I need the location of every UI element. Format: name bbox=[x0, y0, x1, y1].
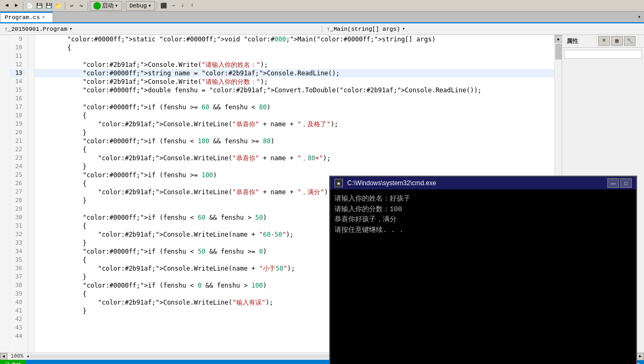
filepath-right-dropdown[interactable]: ▾ bbox=[402, 26, 405, 32]
line-number-40: 40 bbox=[10, 298, 25, 307]
save-icon[interactable]: 💾 bbox=[35, 2, 44, 10]
tab-dropdown-button[interactable]: ▾ bbox=[634, 12, 644, 22]
breakpoint-icon[interactable]: ⬛ bbox=[159, 2, 168, 10]
filepath-right-text: ↑_Main(string[] args) bbox=[327, 26, 400, 32]
scrollbar-up-button[interactable]: ▲ bbox=[555, 35, 562, 42]
line-number-11: 11 bbox=[10, 52, 25, 60]
line-number-17: 17 bbox=[10, 103, 25, 111]
line-number-19: 19 bbox=[10, 120, 25, 128]
code-line-19: "color:#2b91af;">Console.WriteLine("恭喜你"… bbox=[35, 120, 554, 128]
line-number-28: 28 bbox=[10, 196, 25, 205]
cmd-output-line1: 请输入你的姓名：好孩子 bbox=[334, 194, 632, 204]
code-line-9: "color:#0000ff;">static "color:#0000ff;"… bbox=[35, 35, 554, 44]
line-number-21: 21 bbox=[10, 137, 25, 145]
toolbar-separator-2 bbox=[65, 2, 65, 10]
debug-button[interactable]: Debug ▾ bbox=[126, 1, 156, 11]
code-line-14: "color:#2b91af;">Console.Write("请输入你的分数：… bbox=[35, 77, 554, 86]
code-line-12: "color:#2b91af;">Console.Write("请输入你的姓名：… bbox=[35, 60, 554, 69]
code-line-16 bbox=[35, 94, 554, 103]
editor-toolbar-right: ≡ ▤ 🔧 bbox=[597, 35, 637, 47]
toolbar-separator-5 bbox=[157, 2, 157, 10]
undo-icon[interactable]: ↩ bbox=[67, 2, 76, 10]
line-number-34: 34 bbox=[10, 247, 25, 256]
line-number-22: 22 bbox=[10, 145, 25, 154]
run-icon bbox=[93, 2, 101, 10]
line-number-30: 30 bbox=[10, 213, 25, 222]
cmd-restore-button[interactable]: □ bbox=[620, 178, 632, 188]
filepath-left[interactable]: ↑_20150901.Program ▾ bbox=[0, 26, 322, 32]
line-number-32: 32 bbox=[10, 230, 25, 239]
line-number-23: 23 bbox=[10, 154, 25, 162]
code-line-10: { bbox=[35, 44, 554, 52]
save-all-icon[interactable]: 💾 bbox=[45, 2, 53, 10]
expand-all-button[interactable]: ▤ bbox=[611, 36, 623, 46]
line-number-9: 9 bbox=[10, 35, 25, 44]
line-number-29: 29 bbox=[10, 205, 25, 213]
collapse-all-button[interactable]: ≡ bbox=[598, 36, 610, 46]
forward-icon[interactable]: ► bbox=[12, 2, 21, 10]
line-number-margin: 9101112131415161718192021222324252627282… bbox=[10, 35, 28, 352]
line-number-36: 36 bbox=[10, 264, 25, 273]
code-line-18: { bbox=[35, 111, 554, 120]
open-icon[interactable]: 📁 bbox=[54, 2, 63, 10]
glyph-margin bbox=[0, 35, 10, 352]
cmd-titlebar: ■ C:\Windows\system32\cmd.exe — □ bbox=[330, 177, 636, 189]
main-area: 9101112131415161718192021222324252627282… bbox=[0, 35, 644, 352]
line-number-31: 31 bbox=[10, 222, 25, 230]
back-icon[interactable]: ◄ bbox=[3, 2, 11, 10]
line-number-13: 13 bbox=[10, 69, 25, 77]
code-line-21: "color:#0000ff;">if (fenshu < 100 && fen… bbox=[35, 137, 554, 145]
cmd-icon-glyph: ■ bbox=[338, 181, 340, 186]
cmd-window: ■ C:\Windows\system32\cmd.exe — □ 请输入你的姓… bbox=[329, 176, 637, 364]
tab-program-cs[interactable]: Program.cs × bbox=[0, 12, 53, 22]
zoom-label: 100% bbox=[7, 353, 27, 359]
line-number-44: 44 bbox=[10, 332, 25, 341]
filepath-right[interactable]: ↑_Main(string[] args) ▾ bbox=[322, 26, 644, 32]
run-button[interactable]: 启动 ▾ bbox=[90, 1, 122, 11]
h-scroll-right-button[interactable]: ► bbox=[637, 353, 644, 360]
filepath-bar: ↑_20150901.Program ▾ ↑_Main(string[] arg… bbox=[0, 23, 644, 35]
properties-search-input[interactable] bbox=[564, 50, 642, 59]
tab-bar: Program.cs × ▾ bbox=[0, 12, 644, 23]
step-out-icon[interactable]: ↑ bbox=[188, 2, 196, 10]
line-number-42: 42 bbox=[10, 315, 25, 324]
settings-button[interactable]: 🔧 bbox=[624, 36, 636, 46]
line-number-12: 12 bbox=[10, 60, 25, 69]
line-number-37: 37 bbox=[10, 273, 25, 281]
line-number-43: 43 bbox=[10, 324, 25, 332]
h-scroll-left-button[interactable]: ◄ bbox=[0, 353, 7, 360]
cmd-body: 请输入你的姓名：好孩子 请输入你的分数：100 恭喜你好孩子，满分 请按任意键继… bbox=[330, 189, 636, 239]
line-number-39: 39 bbox=[10, 290, 25, 298]
filepath-left-dropdown[interactable]: ▾ bbox=[70, 26, 72, 32]
toolbar-separator-1 bbox=[23, 2, 23, 10]
cmd-minimize-button[interactable]: — bbox=[607, 178, 619, 188]
line-number-10: 10 bbox=[10, 44, 25, 52]
cmd-output-line4: 请按任意键继续. . . bbox=[334, 225, 632, 236]
code-line-11 bbox=[35, 52, 554, 60]
code-line-15: "color:#0000ff;">double fenshu = "color:… bbox=[35, 86, 554, 94]
scrollbar-thumb[interactable] bbox=[555, 44, 562, 59]
code-line-17: "color:#0000ff;">if (fenshu >= 60 && fen… bbox=[35, 103, 554, 111]
line-number-24: 24 bbox=[10, 162, 25, 171]
line-number-15: 15 bbox=[10, 86, 25, 94]
file-icon[interactable]: 📄 bbox=[25, 2, 34, 10]
debug-dropdown[interactable]: ▾ bbox=[148, 2, 152, 9]
line-number-38: 38 bbox=[10, 281, 25, 290]
cmd-window-controls: — □ bbox=[607, 178, 632, 188]
cmd-output-line3: 恭喜你好孩子，满分 bbox=[334, 214, 632, 225]
toolbar-separator-3 bbox=[88, 2, 88, 10]
line-number-33: 33 bbox=[10, 239, 25, 247]
run-dropdown[interactable]: ▾ bbox=[115, 2, 118, 9]
cmd-window-icon: ■ bbox=[334, 179, 343, 187]
step-into-icon[interactable]: ↓ bbox=[178, 2, 187, 10]
line-number-16: 16 bbox=[10, 94, 25, 103]
tab-close-button[interactable]: × bbox=[42, 15, 45, 21]
line-number-41: 41 bbox=[10, 307, 25, 315]
toolbar-separator-4 bbox=[124, 2, 124, 10]
collapse-margin bbox=[28, 35, 35, 352]
step-over-icon[interactable]: → bbox=[169, 2, 177, 10]
code-line-24: } bbox=[35, 162, 554, 171]
filepath-left-text: ↑_20150901.Program bbox=[4, 26, 67, 32]
debug-label: Debug bbox=[130, 3, 147, 9]
redo-icon[interactable]: ↪ bbox=[77, 2, 85, 10]
